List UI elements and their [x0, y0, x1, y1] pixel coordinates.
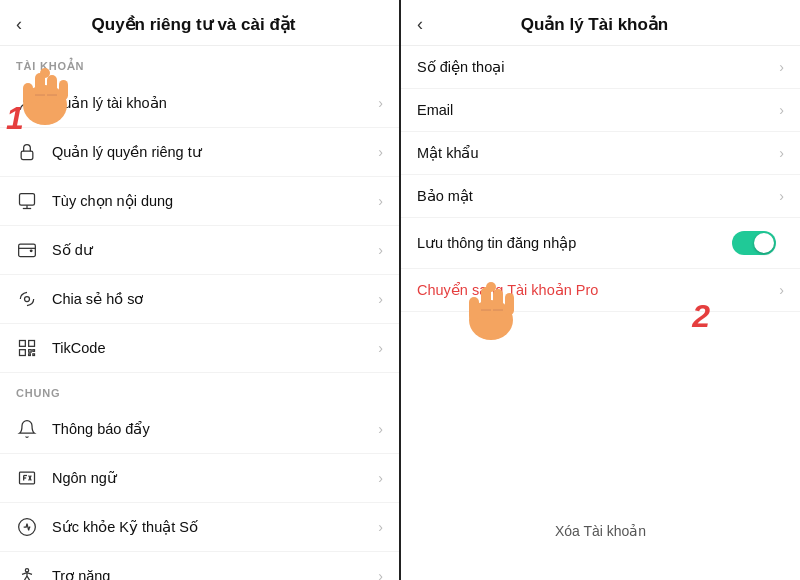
- chevron-thong-bao: ›: [378, 421, 383, 437]
- wallet-icon: [16, 239, 38, 261]
- svg-rect-13: [19, 244, 36, 256]
- chevron-so-du: ›: [378, 242, 383, 258]
- menu-text-mat-khau: Mật khẩu: [417, 145, 779, 161]
- menu-item-tro-nang[interactable]: Trợ năng ›: [0, 552, 399, 580]
- content-icon: [16, 190, 38, 212]
- svg-point-15: [25, 297, 30, 302]
- chevron-bao-mat: ›: [779, 188, 784, 204]
- svg-rect-9: [21, 151, 33, 159]
- menu-text-so-dien-thoai: Số điện thoại: [417, 59, 779, 75]
- delete-account-label[interactable]: Xóa Tài khoản: [555, 523, 646, 539]
- left-panel-header: ‹ Quyền riêng tư và cài đặt: [0, 0, 399, 46]
- menu-text-bao-mat: Bảo mật: [417, 188, 779, 204]
- chevron-tikcode: ›: [378, 340, 383, 356]
- chevron-so-dien-thoai: ›: [779, 59, 784, 75]
- menu-text-email: Email: [417, 102, 779, 118]
- chevron-quyen-rieng-tu: ›: [378, 144, 383, 160]
- menu-item-quan-ly-quyen-rieng-tu[interactable]: Quản lý quyền riêng tư ›: [0, 128, 399, 177]
- right-panel: ‹ Quản lý Tài khoản Số điện thoại › Emai…: [401, 0, 800, 580]
- toggle-luu-thong-tin[interactable]: [732, 231, 776, 255]
- menu-item-so-du[interactable]: Số dư ›: [0, 226, 399, 275]
- delete-account-container: Xóa Tài khoản: [401, 522, 800, 540]
- svg-rect-16: [20, 341, 26, 347]
- menu-item-luu-thong-tin[interactable]: Lưu thông tin đăng nhập: [401, 218, 800, 269]
- menu-item-tikcode[interactable]: TikCode ›: [0, 324, 399, 373]
- menu-text-luu-thong-tin: Lưu thông tin đăng nhập: [417, 235, 732, 251]
- svg-rect-23: [20, 472, 35, 484]
- menu-text-tikcode: TikCode: [52, 340, 378, 356]
- chevron-suc-khoe: ›: [378, 519, 383, 535]
- share-icon: [16, 288, 38, 310]
- language-icon: [16, 467, 38, 489]
- svg-rect-19: [29, 350, 32, 353]
- digital-health-icon: [16, 516, 38, 538]
- menu-item-thong-bao[interactable]: Thông báo đẩy ›: [0, 405, 399, 454]
- svg-point-8: [24, 96, 31, 103]
- svg-rect-22: [33, 354, 35, 356]
- menu-text-ngon-ngu: Ngôn ngữ: [52, 470, 378, 486]
- menu-item-so-dien-thoai[interactable]: Số điện thoại ›: [401, 46, 800, 89]
- menu-text-quan-ly-tai-khoan: Quản lý tài khoản: [52, 95, 378, 111]
- menu-item-tuy-chon-noi-dung[interactable]: Tùy chọn nội dung ›: [0, 177, 399, 226]
- menu-text-so-du: Số dư: [52, 242, 378, 258]
- svg-rect-20: [33, 350, 35, 352]
- left-panel-title: Quyền riêng tư và cài đặt: [34, 14, 353, 35]
- chevron-email: ›: [779, 102, 784, 118]
- menu-item-suc-khoe[interactable]: Sức khỏe Kỹ thuật Số ›: [0, 503, 399, 552]
- svg-rect-10: [20, 194, 35, 206]
- menu-item-chuyen-sang-pro[interactable]: Chuyển sang Tài khoản Pro ›: [401, 269, 800, 312]
- chevron-chuyen-sang-pro: ›: [779, 282, 784, 298]
- menu-item-quan-ly-tai-khoan[interactable]: Quản lý tài khoản ›: [0, 79, 399, 128]
- lock-icon: [16, 141, 38, 163]
- menu-item-bao-mat[interactable]: Bảo mật ›: [401, 175, 800, 218]
- svg-rect-17: [29, 341, 35, 347]
- right-panel-header: ‹ Quản lý Tài khoản: [401, 0, 800, 46]
- menu-text-suc-khoe: Sức khỏe Kỹ thuật Số: [52, 519, 378, 535]
- menu-text-thong-bao: Thông báo đẩy: [52, 421, 378, 437]
- menu-text-chuyen-sang-pro: Chuyển sang Tài khoản Pro: [417, 282, 779, 298]
- menu-text-quyen-rieng-tu: Quản lý quyền riêng tư: [52, 144, 378, 160]
- svg-rect-21: [29, 354, 31, 356]
- menu-text-chia-se: Chia sẻ hồ sơ: [52, 291, 378, 307]
- right-panel-title: Quản lý Tài khoản: [435, 14, 754, 35]
- chevron-ngon-ngu: ›: [378, 470, 383, 486]
- back-arrow-right[interactable]: ‹: [417, 14, 423, 35]
- chevron-mat-khau: ›: [779, 145, 784, 161]
- menu-text-tro-nang: Trợ năng: [52, 568, 378, 580]
- tikcode-icon: [16, 337, 38, 359]
- menu-item-chia-se[interactable]: Chia sẻ hồ sơ ›: [0, 275, 399, 324]
- accessibility-icon: [16, 565, 38, 580]
- left-panel: 1 ‹ Quyền riêng tư và cài đặt TÀI KHOẢN …: [0, 0, 399, 580]
- svg-point-29: [25, 569, 28, 572]
- chevron-quan-ly-tai-khoan: ›: [378, 95, 383, 111]
- user-icon: [16, 92, 38, 114]
- bell-icon: [16, 418, 38, 440]
- back-arrow-left[interactable]: ‹: [16, 14, 22, 35]
- section-label-chung: CHUNG: [0, 373, 399, 405]
- menu-item-email[interactable]: Email ›: [401, 89, 800, 132]
- menu-item-mat-khau[interactable]: Mật khẩu ›: [401, 132, 800, 175]
- chevron-tuy-chon: ›: [378, 193, 383, 209]
- chevron-chia-se: ›: [378, 291, 383, 307]
- chevron-tro-nang: ›: [378, 568, 383, 580]
- section-label-tai-khoan: TÀI KHOẢN: [0, 46, 399, 79]
- svg-rect-18: [20, 350, 26, 356]
- menu-item-ngon-ngu[interactable]: Ngôn ngữ ›: [0, 454, 399, 503]
- menu-text-tuy-chon: Tùy chọn nội dung: [52, 193, 378, 209]
- toggle-container-luu-thong-tin: [732, 231, 784, 255]
